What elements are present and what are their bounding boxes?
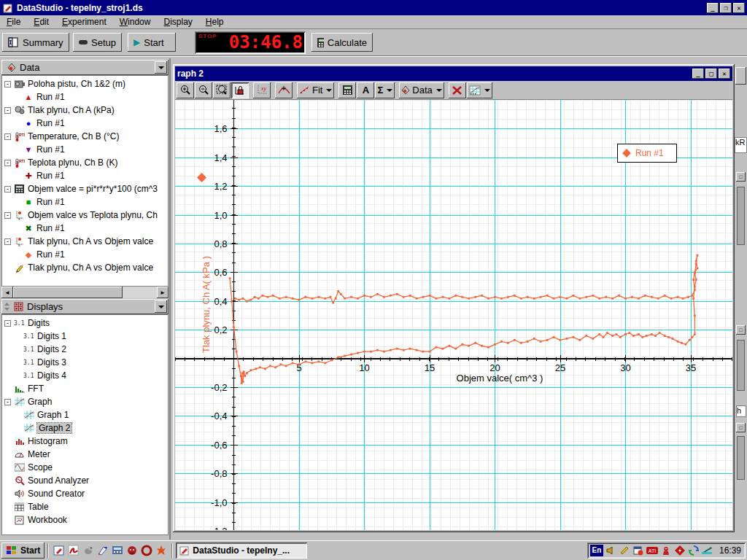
display-item-meter[interactable]: Meter [4,448,168,461]
menu-edit[interactable]: Edit [27,15,55,28]
display-item-digits[interactable]: -3.14Digits [4,316,168,330]
scale-to-fit-button[interactable] [231,82,249,98]
data-item-1[interactable]: -ATlak plynu, Ch A (kPa) [4,104,168,117]
displays-dropdown-button[interactable] [155,300,167,313]
calculator-button[interactable] [338,82,356,98]
data-item-0[interactable]: -Poloha pistu, Ch 1&2 (m) [4,77,168,90]
tray-flash-icon[interactable] [674,545,686,556]
menu-display[interactable]: Display [157,15,198,28]
data-run-1[interactable]: ●Run #1 [4,117,168,130]
quick-launch-paint-icon[interactable] [96,543,110,558]
display-item-sound-analyzer[interactable]: Sound Analyzer [4,474,168,487]
start-button[interactable]: ▶ Start [128,33,176,52]
legend[interactable]: Run #1 [617,144,677,163]
quick-launch-opera-icon[interactable] [139,543,154,558]
expand-box[interactable]: - [4,81,11,88]
data-item-3[interactable]: -RTDTeplota plynu, Ch B (K) [4,156,168,169]
display-item-sound-creator[interactable]: Sound Creator [4,487,168,500]
data-item-6[interactable]: -xTlak plynu, Ch A vs Objem valce [4,235,168,248]
graph-minimize-button[interactable]: _ [692,69,704,79]
tray-app1-icon[interactable] [619,545,631,556]
data-item-2[interactable]: -RTDTemperature, Ch B (°C) [4,130,168,143]
display-item-table[interactable]: Table [4,500,168,513]
tray-scheduler-icon[interactable] [632,545,645,556]
fit-button[interactable]: Fit [297,82,334,98]
statistics-button[interactable]: Σ [375,82,395,98]
task-button-datastudio[interactable]: DataStudio - tepelny_... [176,542,307,559]
tray-clock[interactable]: 16:39 [719,545,741,556]
graph-settings-dropdown-arrow[interactable] [484,89,490,92]
display-item-workbook[interactable]: Workbook [4,513,168,526]
display-item-digits-4[interactable]: 3.14Digits 4 [4,369,168,382]
data-panel-header[interactable]: Data [1,60,169,75]
setup-button[interactable]: Setup [73,33,122,52]
data-item-5[interactable]: -xObjem valce vs Teplota plynu, Ch [4,209,168,222]
expand-box[interactable]: - [4,186,11,192]
minimize-button[interactable]: _ [707,3,719,13]
data-run-6[interactable]: ◆Run #1 [4,248,168,261]
quick-launch-app8-icon[interactable] [154,543,169,558]
scroll-right-arrow[interactable]: ► [157,287,169,298]
data-dropdown-button[interactable] [155,61,167,74]
expand-box[interactable]: - [4,133,11,140]
display-item-fft[interactable]: FFT [4,382,168,395]
scroll-left-arrow[interactable]: ◄ [1,287,13,298]
quick-launch-calculator-icon[interactable] [110,543,125,558]
tray-volume-icon[interactable] [605,545,617,556]
displays-panel-header[interactable]: Displays [1,299,169,314]
graph-close-button[interactable]: ✕ [719,69,730,79]
expand-box[interactable]: - [4,107,11,114]
data-item-7[interactable]: Tlak plynu, Ch A vs Objem valce [4,261,168,274]
smart-tool-button[interactable] [275,82,293,98]
expand-box[interactable]: - [4,160,11,166]
tray-ati-icon[interactable]: ATI [646,545,659,556]
chart-plot-area[interactable]: 1,61,41,21,00,80,60,40,2-0,2-0,4-0,6-0,8… [175,100,732,530]
display-item-digits-1[interactable]: 3.14Digits 1 [4,330,168,343]
data-item-4[interactable]: -Objem valce = pi*r*r*y*100 (cm^3 [4,182,168,195]
data-hscrollbar[interactable]: ◄ ► [1,287,169,298]
menu-experiment[interactable]: Experiment [55,15,113,28]
quick-launch-app3-icon[interactable] [81,543,96,558]
display-item-digits-2[interactable]: 3.14Digits 2 [4,343,168,356]
expand-box[interactable]: - [4,212,11,219]
scroll-thumb[interactable] [13,287,123,298]
tray-keyboard-layout[interactable]: En [590,545,603,556]
zoom-select-button[interactable] [213,82,231,98]
restore-button[interactable]: ❐ [720,3,732,13]
quick-launch-app6-icon[interactable] [125,543,139,558]
display-item-scope[interactable]: Scope [4,461,168,474]
display-item-graph-1[interactable]: Graph 1 [4,408,168,421]
expand-box[interactable]: - [4,320,11,327]
graph-maximize-button[interactable]: □ [705,69,717,79]
text-tool-button[interactable]: A [357,82,374,98]
display-item-graph-2[interactable]: Graph 2 [4,421,168,435]
expand-box[interactable]: - [4,238,11,245]
display-item-histogram[interactable]: Histogram [4,435,168,448]
summary-button[interactable]: Summary [2,33,69,52]
close-button[interactable]: ✕ [733,3,745,13]
data-select-dropdown-arrow[interactable] [436,89,442,92]
quick-launch-acrobat-icon[interactable] [66,543,81,558]
quick-launch-datastudio-icon[interactable] [52,543,66,558]
data-run-3[interactable]: ✚Run #1 [4,169,168,182]
tray-sync-icon[interactable] [688,545,700,556]
start-menu-button[interactable]: Start [1,542,44,559]
display-item-graph[interactable]: -Graph [4,395,168,408]
data-run-2[interactable]: ▼Run #1 [4,143,168,156]
data-run-0[interactable]: ▲Run #1 [4,90,168,104]
data-run-5[interactable]: ✖Run #1 [4,222,168,235]
main-titlebar[interactable]: DataStudio - tepelny_stroj1.ds _ ❐ ✕ [0,0,747,15]
data-run-4[interactable]: ■Run #1 [4,195,168,209]
menu-file[interactable]: File [0,15,27,28]
fit-dropdown-arrow[interactable] [326,89,332,92]
expand-box[interactable]: - [4,399,11,405]
delete-button[interactable] [449,82,466,98]
graph-titlebar[interactable]: raph 2 _ □ ✕ [175,66,732,81]
data-select-button[interactable]: Data [399,82,444,98]
graph-settings-button[interactable] [467,82,492,98]
calculate-button[interactable]: Calculate [311,33,373,52]
axis-settings-button[interactable]: xy [253,82,271,98]
tray-dialup-icon[interactable] [702,545,714,556]
menu-window[interactable]: Window [113,15,158,28]
display-item-digits-3[interactable]: 3.14Digits 3 [4,356,168,369]
